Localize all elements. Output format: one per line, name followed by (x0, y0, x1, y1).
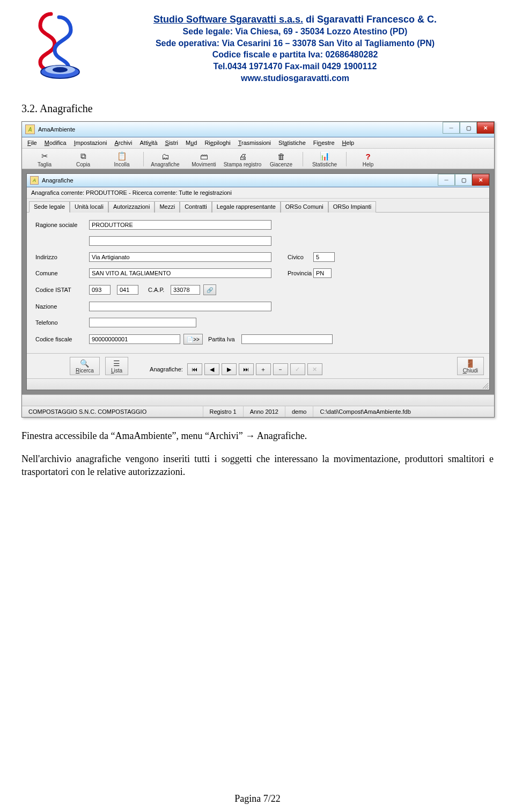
app-icon: A (25, 125, 35, 134)
nav-next[interactable]: ▶ (222, 363, 237, 375)
ricerca-button[interactable]: 🔍 Ricerca (70, 357, 100, 375)
toolbar-help[interactable]: ?Help (349, 151, 387, 167)
input-provincia[interactable] (313, 268, 332, 278)
copy-cf-button[interactable]: 📄 >> (183, 334, 203, 345)
input-istat1[interactable] (89, 285, 111, 295)
door-icon: 🚪 (466, 359, 475, 368)
lookup-button[interactable]: 🔗 (203, 284, 216, 295)
tab-orso-impianti[interactable]: ORSo Impianti (328, 201, 377, 213)
input-comune[interactable] (89, 268, 271, 278)
input-cap[interactable] (171, 285, 200, 295)
outer-statusbar: COMPOSTAGGIO S.N.C. COMPOSTAGGIO Registr… (22, 406, 494, 417)
nav-prev[interactable]: ◀ (204, 363, 219, 375)
toolbar-incolla[interactable]: 📋Incolla (102, 151, 141, 167)
inner-maximize-button[interactable]: ▢ (455, 174, 472, 186)
input-partita-iva[interactable] (241, 334, 333, 344)
menu-impostazioni[interactable]: Impostazioni (74, 140, 107, 146)
app-window: A AmaAmbiente ─ ▢ ✕ File Modifica Impost… (21, 121, 495, 418)
toolbar-separator (143, 152, 144, 166)
nav-add[interactable]: ＋ (256, 363, 271, 375)
nav-cancel[interactable]: ✕ (307, 363, 322, 375)
menu-archivi[interactable]: Archivi (114, 140, 132, 146)
inner-minimize-button[interactable]: ─ (438, 174, 455, 186)
label-cap: C.A.P. (148, 287, 171, 293)
nav-remove[interactable]: － (273, 363, 288, 375)
inner-title: Anagrafiche (42, 177, 438, 184)
status-anno: Anno 2012 (244, 406, 285, 417)
toolbar-movimenti[interactable]: 🗃Movimenti (185, 151, 223, 167)
toolbar-separator (303, 152, 303, 166)
nav-last[interactable]: ⏭ (239, 363, 254, 375)
tab-mezzi[interactable]: Mezzi (154, 201, 180, 213)
menu-statistiche[interactable]: Statistiche (278, 140, 306, 146)
breadcrumb: Anagrafica corrente: PRODUTTORE - Ricerc… (27, 187, 489, 199)
chart-icon: 📊 (319, 151, 330, 162)
search-icon: 🔍 (80, 359, 89, 368)
nav-confirm[interactable]: ✓ (290, 363, 305, 375)
menu-finestre[interactable]: Finestre (313, 140, 335, 146)
label-ragione-sociale: Ragione sociale (35, 222, 89, 228)
toolbar: ✂Taglia ⧉Copia 📋Incolla 🗂Anagrafiche 🗃Mo… (22, 149, 494, 169)
inner-statusbar (27, 378, 489, 390)
input-ragione-sociale[interactable] (89, 220, 271, 230)
menu-attivita[interactable]: Attività (140, 140, 158, 146)
maximize-button[interactable]: ▢ (460, 122, 477, 134)
tab-autorizzazioni[interactable]: Autorizzazioni (108, 201, 154, 213)
chiudi-button[interactable]: 🚪 Chiudi (457, 357, 484, 375)
inner-app-icon: A (30, 176, 39, 185)
status-company: COMPOSTAGGIO S.N.C. COMPOSTAGGIO (22, 406, 203, 417)
paragraph-2: Nell'archivio anagrafiche vengono inseri… (21, 452, 494, 479)
record-navigator: ⏮ ◀ ▶ ⏭ ＋ － ✓ ✕ (187, 363, 322, 375)
folder-icon: 🗂 (160, 151, 171, 162)
input-istat2[interactable] (117, 285, 138, 295)
inner-window: A Anagrafiche ─ ▢ ✕ Anagrafica corrente:… (26, 173, 490, 390)
input-nazione[interactable] (89, 302, 271, 311)
input-telefono[interactable] (89, 318, 196, 327)
menu-sistri[interactable]: Sistri (165, 140, 178, 146)
close-button[interactable]: ✕ (477, 122, 494, 134)
input-civico[interactable] (313, 252, 335, 262)
tab-contratti[interactable]: Contratti (180, 201, 212, 213)
nav-first[interactable]: ⏮ (187, 363, 202, 375)
tab-orso-comuni[interactable]: ORSo Comuni (281, 201, 328, 213)
svg-line-5 (487, 387, 488, 389)
company-name-underlined: Studio Software Sgaravatti s.a.s. (153, 14, 303, 25)
menu-trasmissioni[interactable]: Trasmissioni (238, 140, 271, 146)
tab-legale-rappresentante[interactable]: Legale rappresentante (212, 201, 281, 213)
toolbar-stampa[interactable]: 🖨Stampa registro (223, 151, 262, 167)
label-telefono: Telefono (35, 319, 89, 326)
letterhead: Studio Software Sgaravatti s.a.s. di Sga… (21, 10, 494, 84)
svg-point-2 (53, 67, 68, 72)
tab-unita-locali[interactable]: Unità locali (70, 201, 108, 213)
list-icon: ☰ (113, 359, 120, 368)
label-partita-iva: Partita Iva (208, 336, 241, 342)
toolbar-taglia[interactable]: ✂Taglia (25, 151, 64, 167)
mdi-area: A Anagrafiche ─ ▢ ✕ Anagrafica corrente:… (22, 169, 494, 394)
tab-sede-legale[interactable]: Sede legale (29, 201, 70, 213)
menu-help[interactable]: Help (342, 140, 355, 146)
page-footer: Pagina 7/22 (0, 793, 515, 804)
label-codice-fiscale: Codice fiscale (35, 336, 89, 342)
label-nazione: Nazione (35, 303, 89, 310)
toolbar-anagrafiche[interactable]: 🗂Anagrafiche (146, 151, 185, 167)
section-title: 3.2. Anagrafiche (21, 103, 494, 115)
nav-label: Anagrafiche: (150, 366, 183, 372)
menu-file[interactable]: File (27, 140, 37, 146)
menu-mud[interactable]: Mud (186, 140, 197, 146)
input-codice-fiscale[interactable] (89, 334, 180, 344)
archive-icon: 🗃 (198, 151, 209, 162)
menu-riepiloghi[interactable]: Riepiloghi (204, 140, 230, 146)
app-title: AmaAmbiente (38, 126, 443, 133)
resize-grip-icon[interactable] (481, 379, 489, 390)
input-indirizzo[interactable] (89, 252, 271, 262)
inner-close-button[interactable]: ✕ (472, 174, 489, 186)
toolbar-copia[interactable]: ⧉Copia (64, 151, 102, 167)
menu-modifica[interactable]: Modifica (45, 140, 67, 146)
label-provincia: Provincia (288, 270, 313, 276)
lista-button[interactable]: ☰ Lista (105, 357, 128, 375)
minimize-button[interactable]: ─ (443, 122, 460, 134)
outer-statusbar-empty (22, 394, 494, 406)
toolbar-giacenze[interactable]: 🗑Giacenze (262, 151, 300, 167)
toolbar-statistiche[interactable]: 📊Statistiche (305, 151, 344, 167)
input-ragione-sociale-2[interactable] (89, 236, 271, 246)
